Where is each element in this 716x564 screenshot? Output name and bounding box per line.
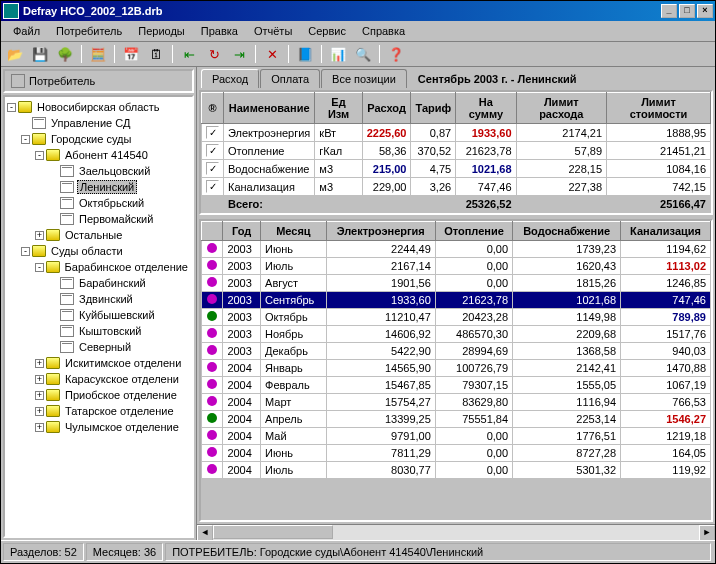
table-row[interactable]: 2004Июнь7811,290,008727,28164,05 <box>202 445 711 462</box>
tree-node[interactable]: +Карасукское отделени <box>7 371 190 387</box>
col-header[interactable]: ® <box>202 93 224 124</box>
table-row[interactable]: ✓Канализациям3229,003,26747,46227,38742,… <box>202 178 711 196</box>
col-header[interactable]: Канализация <box>621 222 711 241</box>
menu-Отчёты[interactable]: Отчёты <box>246 23 300 39</box>
row-checkbox[interactable]: ✓ <box>206 180 219 193</box>
tree-view[interactable]: -Новосибирская областьУправление СД-Горо… <box>3 95 194 538</box>
tree-node[interactable]: +Искитимское отделени <box>7 355 190 371</box>
scroll-thumb[interactable] <box>213 525 333 539</box>
tab-0[interactable]: Расход <box>201 69 259 88</box>
table-row[interactable]: ✓ОтоплениегКал58,36370,5221623,7857,8921… <box>202 142 711 160</box>
tree-expander[interactable]: - <box>7 103 16 112</box>
menu-Файл[interactable]: Файл <box>5 23 48 39</box>
tree-node[interactable]: -Городские суды <box>7 131 190 147</box>
table-row[interactable]: 2004Май9791,000,001776,511219,18 <box>202 428 711 445</box>
tree-node[interactable]: Куйбышевский <box>7 307 190 323</box>
col-header[interactable]: Расход <box>362 93 411 124</box>
bottom-grid[interactable]: ГодМесяцЭлектроэнергияОтоплениеВодоснабж… <box>199 219 713 522</box>
row-checkbox[interactable]: ✓ <box>206 162 219 175</box>
tree-expander[interactable]: - <box>35 263 44 272</box>
tree-node[interactable]: Северный <box>7 339 190 355</box>
tree-node[interactable]: Здвинский <box>7 291 190 307</box>
tree-node[interactable]: Кыштовский <box>7 323 190 339</box>
tree-node[interactable]: -Барабинское отделение <box>7 259 190 275</box>
tree-node[interactable]: Заельцовский <box>7 163 190 179</box>
tree-expander[interactable]: + <box>35 375 44 384</box>
tree-node[interactable]: Октябрьский <box>7 195 190 211</box>
binoculars-icon[interactable]: 🔍 <box>351 44 375 64</box>
tree-expander[interactable]: - <box>21 247 30 256</box>
menu-Потребитель[interactable]: Потребитель <box>48 23 130 39</box>
table-row[interactable]: 2004Февраль15467,8579307,151555,051067,1… <box>202 377 711 394</box>
col-header[interactable]: Тариф <box>411 93 456 124</box>
col-header[interactable]: Лимит расхода <box>516 93 607 124</box>
horizontal-scrollbar[interactable]: ◄ ► <box>197 524 715 540</box>
col-header[interactable]: Ед Изм <box>315 93 362 124</box>
tree-expander[interactable]: - <box>35 151 44 160</box>
menu-Правка[interactable]: Правка <box>193 23 246 39</box>
tree-node[interactable]: +Остальные <box>7 227 190 243</box>
table-row[interactable]: 2004Апрель13399,2575551,842253,141546,27 <box>202 411 711 428</box>
tree-expander[interactable]: + <box>35 391 44 400</box>
scroll-left-button[interactable]: ◄ <box>197 525 213 540</box>
table-row[interactable]: ✓ЭлектроэнергиякВт2225,600,871933,602174… <box>202 124 711 142</box>
table-row[interactable]: 2003Июнь2244,490,001739,231194,62 <box>202 241 711 258</box>
table-row[interactable]: 2003Август1901,560,001815,261246,85 <box>202 275 711 292</box>
table-row[interactable]: 2004Март15754,2783629,801116,94766,53 <box>202 394 711 411</box>
menu-Сервис[interactable]: Сервис <box>300 23 354 39</box>
tab-1[interactable]: Оплата <box>260 69 320 88</box>
col-header[interactable]: Год <box>223 222 261 241</box>
table-row[interactable]: 2003Декабрь5422,9028994,691368,58940,03 <box>202 343 711 360</box>
table-row[interactable]: 2003Ноябрь14606,92486570,302209,681517,7… <box>202 326 711 343</box>
table-row[interactable]: 2004Июль8030,770,005301,32119,92 <box>202 462 711 479</box>
chart-icon[interactable]: 📊 <box>326 44 350 64</box>
delete-icon[interactable]: ✕ <box>260 44 284 64</box>
calc-icon[interactable]: 🧮 <box>86 44 110 64</box>
menu-Периоды[interactable]: Периоды <box>130 23 193 39</box>
col-header[interactable]: Водоснабжение <box>513 222 621 241</box>
remove-period-icon[interactable]: 🗓 <box>144 44 168 64</box>
top-grid[interactable]: ®НаименованиеЕд ИзмРасходТарифНа суммуЛи… <box>199 90 713 215</box>
scroll-right-button[interactable]: ► <box>699 525 715 540</box>
menu-Справка[interactable]: Справка <box>354 23 413 39</box>
add-period-icon[interactable]: 📅 <box>119 44 143 64</box>
tree-node[interactable]: Управление СД <box>7 115 190 131</box>
tab-2[interactable]: Все позиции <box>321 69 407 88</box>
close-button[interactable]: × <box>697 4 713 18</box>
folder-open-icon[interactable]: 📂 <box>3 44 27 64</box>
titlebar[interactable]: Defray HCO_2002_12B.drb _ □ × <box>1 1 715 21</box>
save-icon[interactable]: 💾 <box>28 44 52 64</box>
table-row[interactable]: 2003Октябрь11210,4720423,281149,98789,89 <box>202 309 711 326</box>
col-header[interactable]: Месяц <box>261 222 327 241</box>
tree-node[interactable]: +Чулымское отделение <box>7 419 190 435</box>
tree-expander[interactable]: + <box>35 231 44 240</box>
tree-node[interactable]: +Приобское отделение <box>7 387 190 403</box>
help-icon[interactable]: ❓ <box>384 44 408 64</box>
tree-expander[interactable]: + <box>35 407 44 416</box>
table-row[interactable]: ✓Водоснабжением3215,004,751021,68228,151… <box>202 160 711 178</box>
book-icon[interactable]: 📘 <box>293 44 317 64</box>
tree-node[interactable]: +Татарское отделение <box>7 403 190 419</box>
table-row[interactable]: 2003Сентябрь1933,6021623,781021,68747,46 <box>202 292 711 309</box>
recalc-icon[interactable]: ↻ <box>202 44 226 64</box>
tree-node[interactable]: Барабинский <box>7 275 190 291</box>
col-header[interactable]: Лимит стоимости <box>607 93 711 124</box>
tree-toggle-icon[interactable]: 🌳 <box>53 44 77 64</box>
tree-node[interactable]: -Новосибирская область <box>7 99 190 115</box>
tree-expander[interactable]: - <box>21 135 30 144</box>
tree-node[interactable]: -Суды области <box>7 243 190 259</box>
tree-node[interactable]: -Абонент 414540 <box>7 147 190 163</box>
minimize-button[interactable]: _ <box>661 4 677 18</box>
prev-icon[interactable]: ⇤ <box>177 44 201 64</box>
row-checkbox[interactable]: ✓ <box>206 144 219 157</box>
tree-expander[interactable]: + <box>35 423 44 432</box>
col-header[interactable]: На сумму <box>456 93 516 124</box>
table-row[interactable]: 2004Январь14565,90100726,792142,411470,8… <box>202 360 711 377</box>
col-header[interactable]: Наименование <box>224 93 315 124</box>
next-icon[interactable]: ⇥ <box>227 44 251 64</box>
col-header[interactable]: Отопление <box>435 222 512 241</box>
table-row[interactable]: 2003Июль2167,140,001620,431113,02 <box>202 258 711 275</box>
col-header[interactable]: Электроэнергия <box>326 222 435 241</box>
row-checkbox[interactable]: ✓ <box>206 126 219 139</box>
tree-expander[interactable]: + <box>35 359 44 368</box>
